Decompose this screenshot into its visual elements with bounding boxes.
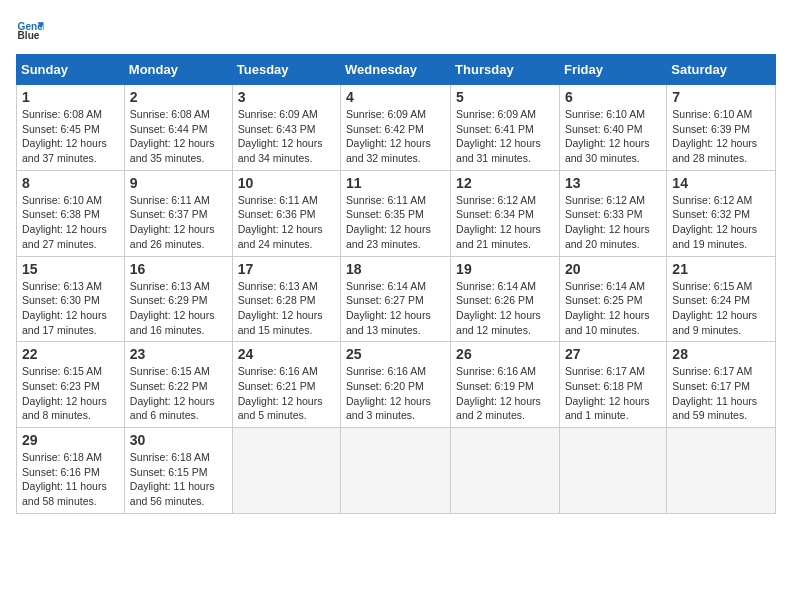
day-cell-30: 30 Sunrise: 6:18 AMSunset: 6:15 PMDaylig… — [124, 428, 232, 514]
day-cell-13: 13 Sunrise: 6:12 AMSunset: 6:33 PMDaylig… — [559, 170, 666, 256]
day-detail: Sunrise: 6:14 AMSunset: 6:25 PMDaylight:… — [565, 280, 650, 336]
day-number: 11 — [346, 175, 445, 191]
day-cell-21: 21 Sunrise: 6:15 AMSunset: 6:24 PMDaylig… — [667, 256, 776, 342]
weekday-header-wednesday: Wednesday — [341, 55, 451, 85]
day-number: 4 — [346, 89, 445, 105]
day-cell-4: 4 Sunrise: 6:09 AMSunset: 6:42 PMDayligh… — [341, 85, 451, 171]
day-detail: Sunrise: 6:17 AMSunset: 6:17 PMDaylight:… — [672, 365, 757, 421]
weekday-header-sunday: Sunday — [17, 55, 125, 85]
day-number: 24 — [238, 346, 335, 362]
empty-cell — [232, 428, 340, 514]
day-cell-6: 6 Sunrise: 6:10 AMSunset: 6:40 PMDayligh… — [559, 85, 666, 171]
day-cell-9: 9 Sunrise: 6:11 AMSunset: 6:37 PMDayligh… — [124, 170, 232, 256]
day-detail: Sunrise: 6:09 AMSunset: 6:41 PMDaylight:… — [456, 108, 541, 164]
day-number: 19 — [456, 261, 554, 277]
day-detail: Sunrise: 6:18 AMSunset: 6:16 PMDaylight:… — [22, 451, 107, 507]
day-detail: Sunrise: 6:10 AMSunset: 6:40 PMDaylight:… — [565, 108, 650, 164]
day-detail: Sunrise: 6:16 AMSunset: 6:20 PMDaylight:… — [346, 365, 431, 421]
weekday-header-saturday: Saturday — [667, 55, 776, 85]
day-detail: Sunrise: 6:08 AMSunset: 6:45 PMDaylight:… — [22, 108, 107, 164]
day-detail: Sunrise: 6:09 AMSunset: 6:43 PMDaylight:… — [238, 108, 323, 164]
day-number: 30 — [130, 432, 227, 448]
day-cell-1: 1 Sunrise: 6:08 AMSunset: 6:45 PMDayligh… — [17, 85, 125, 171]
day-number: 25 — [346, 346, 445, 362]
day-cell-15: 15 Sunrise: 6:13 AMSunset: 6:30 PMDaylig… — [17, 256, 125, 342]
day-detail: Sunrise: 6:14 AMSunset: 6:27 PMDaylight:… — [346, 280, 431, 336]
calendar-week-5: 29 Sunrise: 6:18 AMSunset: 6:16 PMDaylig… — [17, 428, 776, 514]
weekday-header-friday: Friday — [559, 55, 666, 85]
day-number: 21 — [672, 261, 770, 277]
day-number: 20 — [565, 261, 661, 277]
day-cell-2: 2 Sunrise: 6:08 AMSunset: 6:44 PMDayligh… — [124, 85, 232, 171]
day-cell-12: 12 Sunrise: 6:12 AMSunset: 6:34 PMDaylig… — [451, 170, 560, 256]
logo: General Blue — [16, 16, 48, 44]
day-detail: Sunrise: 6:11 AMSunset: 6:37 PMDaylight:… — [130, 194, 215, 250]
day-detail: Sunrise: 6:13 AMSunset: 6:28 PMDaylight:… — [238, 280, 323, 336]
day-cell-20: 20 Sunrise: 6:14 AMSunset: 6:25 PMDaylig… — [559, 256, 666, 342]
day-number: 17 — [238, 261, 335, 277]
day-number: 28 — [672, 346, 770, 362]
day-detail: Sunrise: 6:12 AMSunset: 6:33 PMDaylight:… — [565, 194, 650, 250]
day-cell-14: 14 Sunrise: 6:12 AMSunset: 6:32 PMDaylig… — [667, 170, 776, 256]
day-number: 6 — [565, 89, 661, 105]
day-detail: Sunrise: 6:18 AMSunset: 6:15 PMDaylight:… — [130, 451, 215, 507]
day-cell-17: 17 Sunrise: 6:13 AMSunset: 6:28 PMDaylig… — [232, 256, 340, 342]
svg-text:Blue: Blue — [18, 30, 40, 41]
day-detail: Sunrise: 6:10 AMSunset: 6:38 PMDaylight:… — [22, 194, 107, 250]
day-cell-26: 26 Sunrise: 6:16 AMSunset: 6:19 PMDaylig… — [451, 342, 560, 428]
day-number: 8 — [22, 175, 119, 191]
day-cell-18: 18 Sunrise: 6:14 AMSunset: 6:27 PMDaylig… — [341, 256, 451, 342]
day-cell-28: 28 Sunrise: 6:17 AMSunset: 6:17 PMDaylig… — [667, 342, 776, 428]
empty-cell — [559, 428, 666, 514]
day-number: 1 — [22, 89, 119, 105]
day-number: 13 — [565, 175, 661, 191]
day-cell-22: 22 Sunrise: 6:15 AMSunset: 6:23 PMDaylig… — [17, 342, 125, 428]
day-detail: Sunrise: 6:16 AMSunset: 6:19 PMDaylight:… — [456, 365, 541, 421]
logo-icon: General Blue — [16, 16, 44, 44]
day-detail: Sunrise: 6:11 AMSunset: 6:35 PMDaylight:… — [346, 194, 431, 250]
day-number: 5 — [456, 89, 554, 105]
day-number: 9 — [130, 175, 227, 191]
day-number: 10 — [238, 175, 335, 191]
day-cell-29: 29 Sunrise: 6:18 AMSunset: 6:16 PMDaylig… — [17, 428, 125, 514]
day-cell-27: 27 Sunrise: 6:17 AMSunset: 6:18 PMDaylig… — [559, 342, 666, 428]
day-number: 15 — [22, 261, 119, 277]
day-number: 27 — [565, 346, 661, 362]
day-detail: Sunrise: 6:10 AMSunset: 6:39 PMDaylight:… — [672, 108, 757, 164]
day-cell-23: 23 Sunrise: 6:15 AMSunset: 6:22 PMDaylig… — [124, 342, 232, 428]
day-detail: Sunrise: 6:17 AMSunset: 6:18 PMDaylight:… — [565, 365, 650, 421]
day-number: 16 — [130, 261, 227, 277]
weekday-header-monday: Monday — [124, 55, 232, 85]
day-detail: Sunrise: 6:12 AMSunset: 6:34 PMDaylight:… — [456, 194, 541, 250]
day-cell-11: 11 Sunrise: 6:11 AMSunset: 6:35 PMDaylig… — [341, 170, 451, 256]
empty-cell — [451, 428, 560, 514]
day-cell-10: 10 Sunrise: 6:11 AMSunset: 6:36 PMDaylig… — [232, 170, 340, 256]
day-number: 7 — [672, 89, 770, 105]
calendar-week-1: 1 Sunrise: 6:08 AMSunset: 6:45 PMDayligh… — [17, 85, 776, 171]
day-number: 26 — [456, 346, 554, 362]
day-detail: Sunrise: 6:09 AMSunset: 6:42 PMDaylight:… — [346, 108, 431, 164]
day-cell-16: 16 Sunrise: 6:13 AMSunset: 6:29 PMDaylig… — [124, 256, 232, 342]
day-number: 18 — [346, 261, 445, 277]
weekday-header-thursday: Thursday — [451, 55, 560, 85]
page-header: General Blue — [16, 16, 776, 44]
day-number: 3 — [238, 89, 335, 105]
day-number: 23 — [130, 346, 227, 362]
empty-cell — [667, 428, 776, 514]
day-cell-8: 8 Sunrise: 6:10 AMSunset: 6:38 PMDayligh… — [17, 170, 125, 256]
calendar-week-3: 15 Sunrise: 6:13 AMSunset: 6:30 PMDaylig… — [17, 256, 776, 342]
day-detail: Sunrise: 6:15 AMSunset: 6:23 PMDaylight:… — [22, 365, 107, 421]
day-cell-7: 7 Sunrise: 6:10 AMSunset: 6:39 PMDayligh… — [667, 85, 776, 171]
day-detail: Sunrise: 6:08 AMSunset: 6:44 PMDaylight:… — [130, 108, 215, 164]
day-number: 22 — [22, 346, 119, 362]
day-detail: Sunrise: 6:13 AMSunset: 6:29 PMDaylight:… — [130, 280, 215, 336]
day-detail: Sunrise: 6:11 AMSunset: 6:36 PMDaylight:… — [238, 194, 323, 250]
day-number: 29 — [22, 432, 119, 448]
day-detail: Sunrise: 6:13 AMSunset: 6:30 PMDaylight:… — [22, 280, 107, 336]
weekday-header-tuesday: Tuesday — [232, 55, 340, 85]
day-detail: Sunrise: 6:12 AMSunset: 6:32 PMDaylight:… — [672, 194, 757, 250]
day-detail: Sunrise: 6:14 AMSunset: 6:26 PMDaylight:… — [456, 280, 541, 336]
day-number: 2 — [130, 89, 227, 105]
day-cell-5: 5 Sunrise: 6:09 AMSunset: 6:41 PMDayligh… — [451, 85, 560, 171]
day-detail: Sunrise: 6:16 AMSunset: 6:21 PMDaylight:… — [238, 365, 323, 421]
